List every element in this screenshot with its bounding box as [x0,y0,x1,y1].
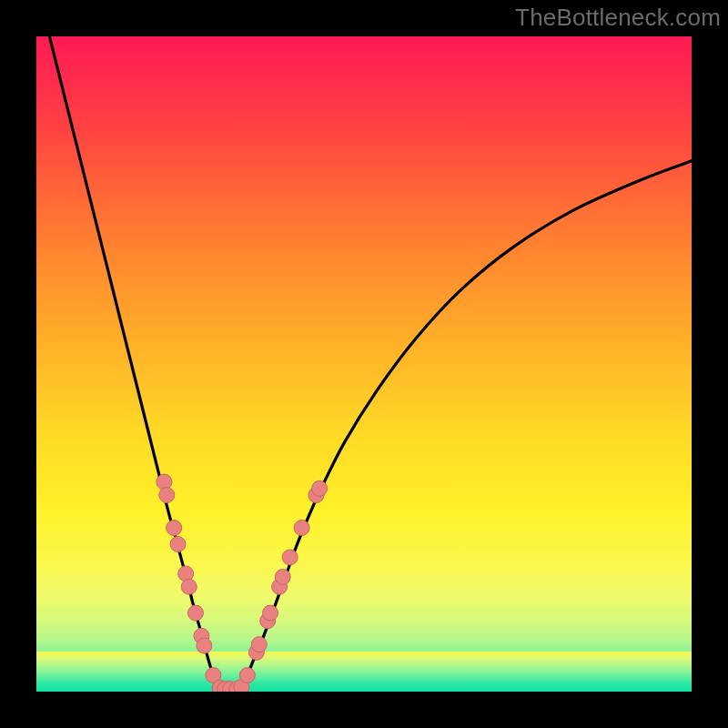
plot-area [36,36,692,692]
data-point [239,668,255,683]
bottleneck-curve-svg [36,36,692,692]
watermark-label: TheBottleneck.com [515,4,721,32]
chart-frame: TheBottleneck.com [0,0,728,728]
data-point [159,488,175,503]
curve-right-branch [239,161,692,690]
data-point [187,605,203,621]
data-point [170,537,186,552]
data-point [275,570,290,585]
data-point [282,550,298,565]
data-point [181,579,197,594]
data-point [251,637,267,652]
data-point [263,605,278,621]
data-point [197,638,212,653]
data-point [167,521,182,536]
data-point [312,480,328,496]
data-points-group [157,474,328,692]
data-point [294,521,309,536]
